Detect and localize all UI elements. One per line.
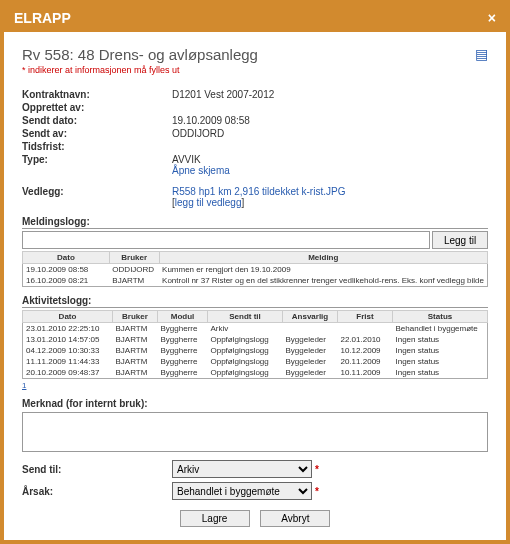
sendt-av-label: Sendt av: bbox=[22, 128, 172, 139]
page-nav-1[interactable]: 1 bbox=[22, 381, 488, 390]
sendt-dato-label: Sendt dato: bbox=[22, 115, 172, 126]
arsak-select[interactable]: Behandlet i byggemøte bbox=[172, 482, 312, 500]
required-note: * indikerer at informasjonen må fylles u… bbox=[22, 65, 258, 75]
col-sendt-til: Sendt til bbox=[208, 311, 283, 323]
type-value: AVVIK bbox=[172, 154, 230, 165]
required-marker: * bbox=[315, 486, 319, 497]
aktivitetslogg-label: Aktivitetslogg: bbox=[22, 295, 488, 308]
vedlegg-label: Vedlegg: bbox=[22, 186, 172, 208]
send-til-label: Send til: bbox=[22, 464, 172, 475]
col-dato: Dato bbox=[23, 311, 113, 323]
merknad-textarea[interactable] bbox=[22, 412, 488, 452]
content-area: Rv 558: 48 Drens- og avløpsanlegg * indi… bbox=[4, 32, 506, 540]
col-frist: Frist bbox=[338, 311, 393, 323]
titlebar: ELRAPP × bbox=[4, 4, 506, 32]
book-icon[interactable]: ▤ bbox=[475, 46, 488, 62]
meldingslogg-input[interactable] bbox=[22, 231, 430, 249]
col-status: Status bbox=[393, 311, 488, 323]
sendt-dato-value: 19.10.2009 08:58 bbox=[172, 115, 250, 126]
send-til-select[interactable]: Arkiv bbox=[172, 460, 312, 478]
required-marker: * bbox=[315, 464, 319, 475]
lagre-button[interactable]: Lagre bbox=[180, 510, 250, 527]
window-title: ELRAPP bbox=[14, 10, 71, 26]
col-bruker: Bruker bbox=[113, 311, 158, 323]
table-row: 20.10.2009 09:48:37BJARTMByggherreOppføl… bbox=[23, 367, 488, 379]
close-icon[interactable]: × bbox=[488, 10, 496, 26]
col-dato: Dato bbox=[23, 252, 110, 264]
legg-til-vedlegg-link[interactable]: legg til vedlegg bbox=[175, 197, 242, 208]
opprettet-av-label: Opprettet av: bbox=[22, 102, 172, 113]
avbryt-button[interactable]: Avbryt bbox=[260, 510, 330, 527]
type-label: Type: bbox=[22, 154, 172, 176]
arsak-label: Årsak: bbox=[22, 486, 172, 497]
meldingslogg-table: Dato Bruker Melding 19.10.2009 08:58ODDI… bbox=[22, 251, 488, 287]
table-row: 23.01.2010 22:25:10BJARTMByggherreArkivB… bbox=[23, 323, 488, 335]
kontraktnavn-value: D1201 Vest 2007-2012 bbox=[172, 89, 274, 100]
table-row: 04.12.2009 10:30:33BJARTMByggherreOppføl… bbox=[23, 345, 488, 356]
page-title: Rv 558: 48 Drens- og avløpsanlegg bbox=[22, 46, 258, 63]
col-modul: Modul bbox=[158, 311, 208, 323]
table-row: 11.11.2009 11:44:33BJARTMByggherreOppføl… bbox=[23, 356, 488, 367]
table-row: 19.10.2009 08:58ODDIJORDKummen er rengjo… bbox=[23, 264, 488, 276]
table-row: 13.01.2010 14:57:05BJARTMByggherreOppføl… bbox=[23, 334, 488, 345]
col-melding: Melding bbox=[159, 252, 487, 264]
col-bruker: Bruker bbox=[109, 252, 159, 264]
sendt-av-value: ODDIJORD bbox=[172, 128, 224, 139]
dialog-window: ELRAPP × Rv 558: 48 Drens- og avløpsanle… bbox=[0, 0, 510, 544]
legg-til-button[interactable]: Legg til bbox=[432, 231, 488, 249]
col-ansvarlig: Ansvarlig bbox=[283, 311, 338, 323]
aktivitetslogg-table: Dato Bruker Modul Sendt til Ansvarlig Fr… bbox=[22, 310, 488, 379]
meldingslogg-label: Meldingslogg: bbox=[22, 216, 488, 229]
merknad-label: Merknad (for internt bruk): bbox=[22, 398, 488, 410]
table-row: 16.10.2009 08:21BJARTMKontroll nr 37 Ris… bbox=[23, 275, 488, 287]
kontraktnavn-label: Kontraktnavn: bbox=[22, 89, 172, 100]
apne-skjema-link[interactable]: Åpne skjema bbox=[172, 165, 230, 176]
vedlegg-file-link[interactable]: R558 hp1 km 2,916 tildekket k-rist.JPG bbox=[172, 186, 345, 197]
tidsfrist-label: Tidsfrist: bbox=[22, 141, 172, 152]
